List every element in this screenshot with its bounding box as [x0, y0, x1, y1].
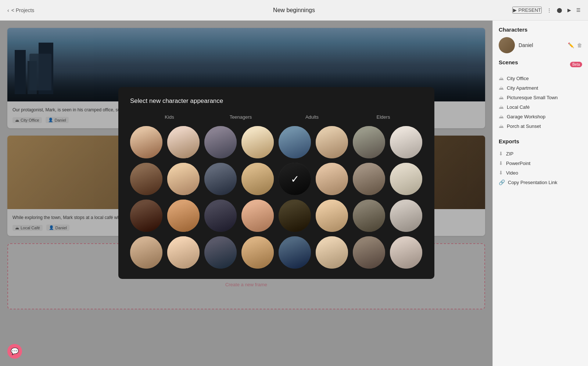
scene-icon: ⛰: [499, 114, 504, 119]
right-sidebar: Characters Daniel ✏️ 🗑 Scenes Beta ⛰ Cit…: [492, 21, 588, 366]
scene-item[interactable]: ⛰ City Apartment: [499, 83, 582, 93]
character-actions: ✏️ 🗑: [568, 42, 582, 48]
avatar-e5[interactable]: [353, 200, 385, 232]
avatar-e3[interactable]: [353, 163, 385, 195]
avatar-k8[interactable]: [167, 236, 200, 269]
age-group-headers: Kids Teenagers Adults Elders: [130, 114, 423, 120]
edit-icon[interactable]: ✏️: [568, 42, 574, 48]
download-icon: ⬇: [499, 170, 503, 176]
scene-item[interactable]: ⛰ City Office: [499, 73, 582, 83]
avatar-t5[interactable]: [204, 200, 237, 232]
modal-title: Select new character appearance: [130, 97, 423, 105]
age-group-teenagers: Teenagers: [205, 114, 276, 120]
scene-icon: ⛰: [499, 123, 504, 129]
link-icon: 🔗: [499, 179, 505, 185]
avatar-k3[interactable]: [130, 163, 162, 195]
avatar-row: ✓: [130, 163, 423, 195]
avatar-a7[interactable]: [279, 236, 311, 269]
avatar-row: [130, 200, 423, 232]
avatar-e2[interactable]: [390, 126, 422, 158]
scene-item[interactable]: ⛰ Picturesque Small Town: [499, 93, 582, 102]
character-appearance-modal: Select new character appearance Kids Tee…: [118, 87, 434, 279]
avatar-t2[interactable]: [241, 126, 274, 158]
avatar-e6[interactable]: [390, 200, 422, 232]
avatar-k2[interactable]: [167, 126, 200, 158]
scene-item[interactable]: ⛰ Garage Workshop: [499, 112, 582, 121]
download-icon: ⬇: [499, 151, 503, 157]
grid-view-button[interactable]: ⋮: [547, 7, 552, 13]
scene-icon: ⛰: [499, 75, 504, 81]
scenes-title: Scenes: [499, 59, 518, 65]
export-zip[interactable]: ⬇ ZIP: [499, 149, 582, 158]
beta-badge: Beta: [570, 62, 582, 67]
exports-section: Exports ⬇ ZIP ⬇ PowerPoint ⬇ Video 🔗 Cop…: [499, 138, 582, 187]
avatar-k7[interactable]: [130, 236, 162, 269]
exports-title: Exports: [499, 138, 582, 144]
age-group-elders: Elders: [348, 114, 419, 120]
export-video[interactable]: ⬇ Video: [499, 168, 582, 177]
page-title: New beginnings: [273, 7, 315, 14]
avatar-e1[interactable]: [353, 126, 385, 158]
avatar-e7[interactable]: [353, 236, 385, 269]
avatar-a6[interactable]: [316, 200, 348, 232]
copy-presentation-link[interactable]: 🔗 Copy Presentation Link: [499, 177, 582, 187]
avatar-e8[interactable]: [390, 236, 422, 269]
back-icon: ‹: [7, 7, 9, 13]
export-powerpoint[interactable]: ⬇ PowerPoint: [499, 158, 582, 168]
avatar-t6[interactable]: [241, 200, 274, 232]
back-button[interactable]: ‹ < Projects: [7, 7, 34, 13]
grid-icon: ⋮: [547, 7, 552, 13]
avatar-t4[interactable]: [241, 163, 274, 195]
avatar-e4[interactable]: [390, 163, 422, 195]
avatar-row: [130, 126, 423, 158]
scene-icon: ⛰: [499, 104, 504, 110]
selected-indicator: ✓: [279, 163, 311, 195]
menu-icon: ☰: [576, 7, 581, 13]
back-label: < Projects: [11, 7, 35, 13]
scene-item[interactable]: ⛰ Porch at Sunset: [499, 121, 582, 131]
avatar-a8[interactable]: [316, 236, 348, 269]
chat-button[interactable]: 💬: [7, 344, 22, 359]
scene-item[interactable]: ⛰ Local Café: [499, 102, 582, 112]
characters-section: Characters Daniel ✏️ 🗑: [499, 26, 582, 53]
menu-button[interactable]: ☰: [576, 7, 581, 13]
character-avatar: [499, 37, 515, 53]
character-item: Daniel ✏️ 🗑: [499, 37, 582, 53]
avatar-t3[interactable]: [204, 163, 237, 195]
scenes-header: Scenes Beta: [499, 59, 582, 70]
age-group-kids: Kids: [134, 114, 205, 120]
chat-icon: 💬: [11, 347, 19, 355]
avatar-row: [130, 236, 423, 269]
age-group-adults: Adults: [276, 114, 348, 120]
avatar-t8[interactable]: [241, 236, 274, 269]
avatar-k6[interactable]: [167, 200, 200, 232]
header-actions: ▶ PRESENT ⋮ ⬤ ▶ ☰: [512, 7, 581, 14]
characters-title: Characters: [499, 26, 582, 33]
camera-button[interactable]: ▶: [567, 7, 571, 13]
avatar-a2[interactable]: [316, 126, 348, 158]
scenes-section: Scenes Beta ⛰ City Office ⛰ City Apartme…: [499, 59, 582, 131]
avatar-a3-selected[interactable]: ✓: [279, 163, 311, 195]
avatar-k1[interactable]: [130, 126, 162, 158]
character-name: Daniel: [519, 42, 564, 48]
camera-icon: ▶: [567, 7, 571, 13]
avatar-a4[interactable]: [316, 163, 348, 195]
avatar-a5[interactable]: [279, 200, 311, 232]
scene-icon: ⛰: [499, 94, 504, 100]
avatar-t1[interactable]: [204, 126, 237, 158]
avatar-k5[interactable]: [130, 200, 162, 232]
avatar-a1[interactable]: [279, 126, 311, 158]
toggle-button[interactable]: ⬤: [557, 7, 562, 13]
delete-icon[interactable]: 🗑: [577, 42, 582, 48]
avatar-t7[interactable]: [204, 236, 237, 269]
app-header: ‹ < Projects New beginnings ▶ PRESENT ⋮ …: [0, 0, 588, 21]
play-icon: ▶: [513, 7, 517, 13]
toggle-icon: ⬤: [557, 7, 562, 13]
present-button[interactable]: ▶ PRESENT: [512, 7, 542, 14]
avatar-k4[interactable]: [167, 163, 200, 195]
download-icon: ⬇: [499, 160, 503, 166]
scene-icon: ⛰: [499, 85, 504, 91]
